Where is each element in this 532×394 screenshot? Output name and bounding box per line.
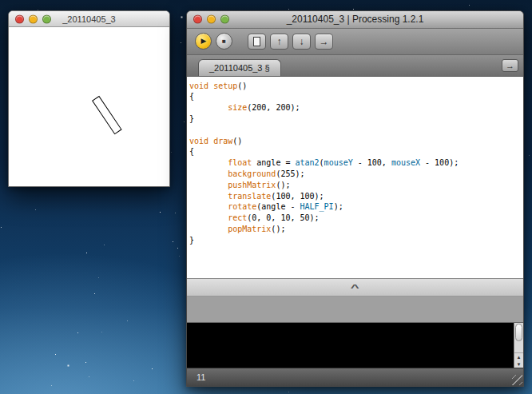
document-icon xyxy=(253,37,260,46)
tab-label: _20110405_3 § xyxy=(209,63,270,73)
minimize-button[interactable] xyxy=(207,15,216,24)
ide-traffic-lights xyxy=(193,15,229,24)
scrollbar-thumb[interactable] xyxy=(515,324,522,341)
console-scrollbar[interactable]: ▲ ▼ xyxy=(514,323,523,368)
ide-window-title: _20110405_3 | Processing 1.2.1 xyxy=(287,14,424,25)
ide-toolbar: ▶ ■ ↑ ↓ → xyxy=(187,29,523,55)
play-icon: ▶ xyxy=(201,38,207,45)
arrow-up-icon: ▲ xyxy=(517,355,522,360)
code-line: pushMatrix(); xyxy=(189,180,523,191)
code-line: size(200, 200); xyxy=(189,102,523,113)
console-splitter[interactable]: ^ xyxy=(187,278,523,297)
starfield xyxy=(0,0,1,1)
code-line: float angle = atan2(mouseY - 100, mouseX… xyxy=(189,157,523,169)
resize-grip[interactable] xyxy=(512,375,522,385)
desktop: { "traffic_lights": { "close": "#e2463d"… xyxy=(0,0,532,394)
open-button[interactable]: ↑ xyxy=(270,34,288,50)
tab-menu-button[interactable]: → xyxy=(502,59,518,72)
close-button[interactable] xyxy=(15,14,24,23)
arrow-up-icon: ↑ xyxy=(277,36,282,47)
code-line: } xyxy=(189,113,523,125)
zoom-button[interactable] xyxy=(42,14,51,23)
code-editor[interactable]: void setup(){ size(200, 200);} void draw… xyxy=(187,77,523,278)
code-line: rotate(angle - HALF_PI); xyxy=(189,201,523,213)
stop-icon: ■ xyxy=(222,38,226,45)
code-line: translate(100, 100); xyxy=(189,191,523,202)
arrow-down-icon: ↓ xyxy=(300,36,304,47)
ide-titlebar[interactable]: _20110405_3 | Processing 1.2.1 xyxy=(187,11,523,29)
code-line xyxy=(189,125,523,136)
tab-sketch[interactable]: _20110405_3 § xyxy=(198,59,281,76)
rotated-rect-shape xyxy=(92,96,122,134)
status-bar: 11 xyxy=(187,368,523,386)
sketch-window-titlebar[interactable]: _20110405_3 xyxy=(9,11,169,27)
sketch-output-window: _20110405_3 xyxy=(8,10,170,187)
code-line: background(255); xyxy=(189,169,523,180)
minimize-button[interactable] xyxy=(29,14,38,23)
run-button[interactable]: ▶ xyxy=(195,33,212,50)
arrow-right-icon: → xyxy=(320,36,329,47)
current-line-number: 11 xyxy=(197,372,205,382)
message-area xyxy=(187,296,523,323)
scrollbar-arrows: ▲ ▼ xyxy=(514,352,523,368)
code-line: rect(0, 0, 10, 50); xyxy=(189,213,523,224)
sketch-window-title: _20110405_3 xyxy=(62,14,115,24)
zoom-button[interactable] xyxy=(220,15,229,24)
arrow-down-icon: ▼ xyxy=(517,362,522,367)
collapse-caret-icon: ^ xyxy=(351,285,359,290)
tab-menu-arrow-icon: → xyxy=(506,61,514,70)
save-button[interactable]: ↓ xyxy=(292,34,311,50)
scroll-down-button[interactable]: ▼ xyxy=(514,360,523,368)
processing-ide-window: _20110405_3 | Processing 1.2.1 ▶ ■ ↑ ↓ →… xyxy=(186,10,524,387)
export-button[interactable]: → xyxy=(315,34,333,50)
close-button[interactable] xyxy=(193,15,202,24)
code-line: } xyxy=(189,235,523,246)
new-sketch-button[interactable] xyxy=(248,34,266,50)
sketch-canvas xyxy=(9,27,169,186)
stop-button[interactable]: ■ xyxy=(216,33,232,50)
code-line: void setup() xyxy=(189,81,523,92)
code-line: { xyxy=(189,91,523,102)
console-output: ▲ ▼ xyxy=(187,323,523,368)
code-line: void draw() xyxy=(189,136,523,147)
tab-strip: _20110405_3 § → xyxy=(187,55,523,77)
scroll-up-button[interactable]: ▲ xyxy=(514,353,523,360)
code-line: { xyxy=(189,146,523,157)
code-line: popMatrix(); xyxy=(189,224,523,235)
sketch-traffic-lights xyxy=(15,14,51,23)
